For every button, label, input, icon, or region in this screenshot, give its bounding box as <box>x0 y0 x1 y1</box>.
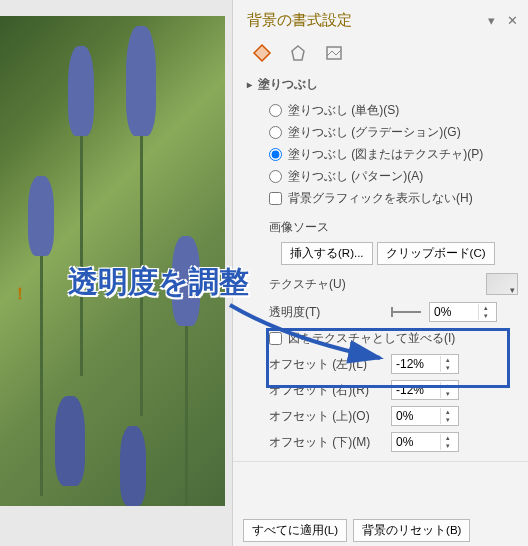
checkbox-hide-bg-graphics[interactable]: 背景グラフィックを表示しない(H) <box>269 187 518 209</box>
format-background-panel: 背景の書式設定 ▾ ✕ ▸ 塗りつぶし 塗りつぶし (単色)(S) 塗りつぶし … <box>232 0 528 546</box>
texture-picker[interactable] <box>486 273 518 295</box>
spinner-up-icon[interactable]: ▴ <box>479 304 492 312</box>
reset-background-button[interactable]: 背景のリセット(B) <box>353 519 470 542</box>
collapse-icon: ▸ <box>247 79 252 90</box>
offset-top-label: オフセット (上)(O) <box>269 408 383 425</box>
radio-gradient-fill[interactable]: 塗りつぶし (グラデーション)(G) <box>269 121 518 143</box>
radio-solid-fill[interactable]: 塗りつぶし (単色)(S) <box>269 99 518 121</box>
offset-left-label: オフセット (左)(L) <box>269 356 383 373</box>
tab-effects-icon[interactable] <box>285 40 311 66</box>
section-fill-label: 塗りつぶし <box>258 76 318 93</box>
offset-bottom-label: オフセット (下)(M) <box>269 434 383 451</box>
svg-marker-1 <box>292 46 304 60</box>
transparency-spinner[interactable]: ▴▾ <box>429 302 497 322</box>
svg-marker-0 <box>254 45 270 61</box>
offset-left-spinner[interactable]: ▴▾ <box>391 354 459 374</box>
radio-picture-fill[interactable]: 塗りつぶし (図またはテクスチャ)(P) <box>269 143 518 165</box>
tab-picture-icon[interactable] <box>321 40 347 66</box>
apply-all-button[interactable]: すべてに適用(L) <box>243 519 347 542</box>
image-source-label: 画像ソース <box>269 219 518 236</box>
transparency-label: 透明度(T) <box>269 304 383 321</box>
offset-bottom-spinner[interactable]: ▴▾ <box>391 432 459 452</box>
panel-close-icon[interactable]: ✕ <box>507 13 518 28</box>
offset-top-spinner[interactable]: ▴▾ <box>391 406 459 426</box>
clipboard-button[interactable]: クリップボード(C) <box>377 242 495 265</box>
slide-canvas: ！ <box>0 0 232 546</box>
insert-button[interactable]: 挿入する(R)... <box>281 242 373 265</box>
slide-marker: ！ <box>12 284 28 305</box>
panel-title: 背景の書式設定 <box>247 11 352 30</box>
transparency-slider[interactable] <box>391 311 421 313</box>
panel-dropdown-icon[interactable]: ▾ <box>488 13 495 28</box>
section-fill-header[interactable]: ▸ 塗りつぶし <box>247 76 518 93</box>
offset-right-spinner[interactable]: ▴▾ <box>391 380 459 400</box>
panel-tabs <box>249 40 518 66</box>
spinner-down-icon[interactable]: ▾ <box>479 312 492 320</box>
slide-background-image <box>0 16 225 506</box>
transparency-input[interactable] <box>430 305 478 319</box>
texture-label: テクスチャ(U) <box>269 276 346 293</box>
tab-fill-icon[interactable] <box>249 40 275 66</box>
radio-pattern-fill[interactable]: 塗りつぶし (パターン)(A) <box>269 165 518 187</box>
checkbox-tile-texture[interactable]: 図をテクスチャとして並べる(I) <box>269 327 455 349</box>
offset-right-label: オフセット (右)(R) <box>269 382 383 399</box>
